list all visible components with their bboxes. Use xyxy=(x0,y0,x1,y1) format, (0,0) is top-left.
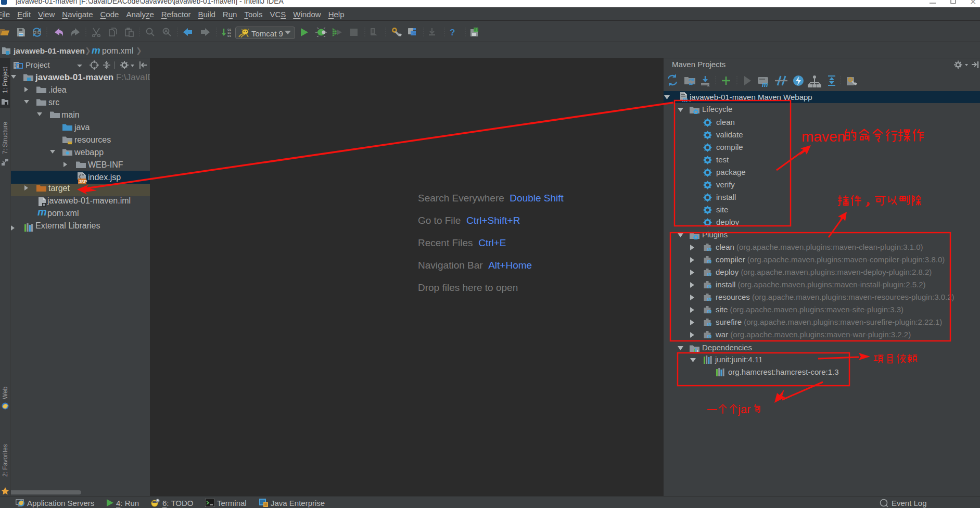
svg-text:maven: maven xyxy=(801,129,845,145)
svg-text:jar: jar xyxy=(737,403,750,416)
